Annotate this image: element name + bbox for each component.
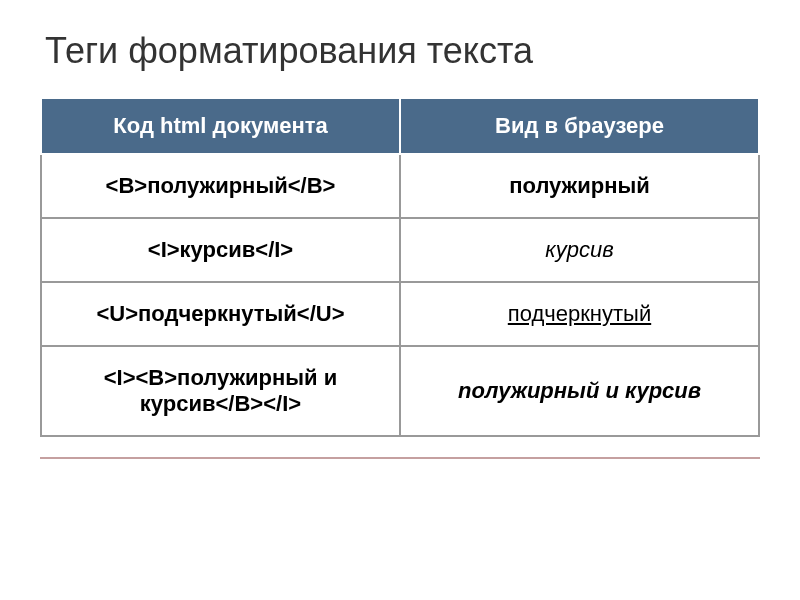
code-text: <B>полужирный</B> [106,173,336,198]
table-row: <I><B>полужирный и курсив</B></I> полужи… [41,346,759,436]
code-text: <I><B>полужирный и курсив</B></I> [104,365,338,416]
code-cell: <U>подчеркнутый</U> [41,282,400,346]
code-text: <U>подчеркнутый</U> [96,301,344,326]
header-display: Вид в браузере [400,98,759,154]
code-cell: <I>курсив</I> [41,218,400,282]
display-cell: полужирный [400,154,759,218]
display-text: подчеркнутый [508,301,651,326]
display-cell: курсив [400,218,759,282]
header-code: Код html документа [41,98,400,154]
code-cell: <I><B>полужирный и курсив</B></I> [41,346,400,436]
display-cell: подчеркнутый [400,282,759,346]
footer-divider [40,457,760,459]
code-cell: <B>полужирный</B> [41,154,400,218]
table-header-row: Код html документа Вид в браузере [41,98,759,154]
display-text: курсив [545,237,613,262]
page-title: Теги форматирования текста [40,30,760,72]
display-cell: полужирный и курсив [400,346,759,436]
display-text: полужирный и курсив [458,378,701,403]
table-row: <I>курсив</I> курсив [41,218,759,282]
display-text: полужирный [509,173,650,198]
table-row: <B>полужирный</B> полужирный [41,154,759,218]
tags-table: Код html документа Вид в браузере <B>пол… [40,97,760,437]
table-row: <U>подчеркнутый</U> подчеркнутый [41,282,759,346]
code-text: <I>курсив</I> [148,237,293,262]
